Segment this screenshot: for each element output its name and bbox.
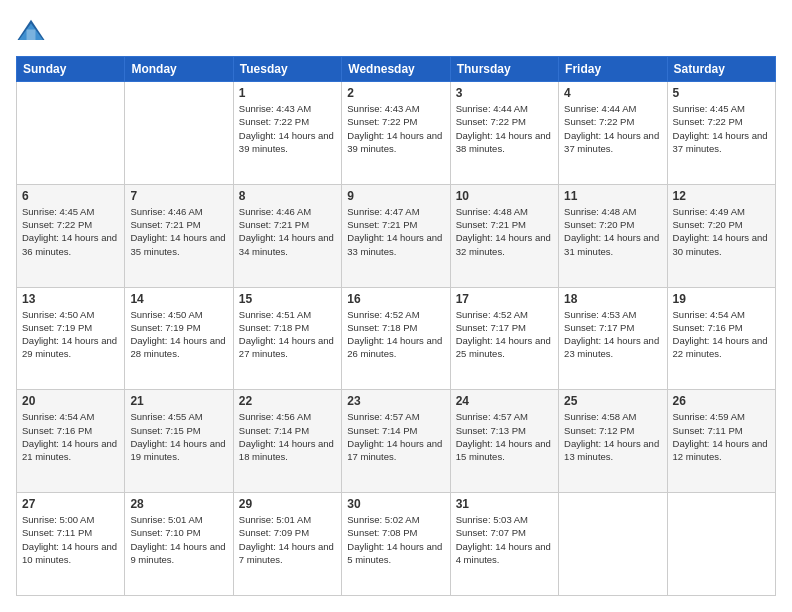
- day-number: 29: [239, 497, 336, 511]
- calendar-cell: 4Sunrise: 4:44 AM Sunset: 7:22 PM Daylig…: [559, 82, 667, 185]
- day-number: 10: [456, 189, 553, 203]
- day-number: 19: [673, 292, 770, 306]
- calendar-cell: 26Sunrise: 4:59 AM Sunset: 7:11 PM Dayli…: [667, 390, 775, 493]
- day-info: Sunrise: 4:59 AM Sunset: 7:11 PM Dayligh…: [673, 410, 770, 463]
- calendar-cell: 7Sunrise: 4:46 AM Sunset: 7:21 PM Daylig…: [125, 184, 233, 287]
- day-number: 30: [347, 497, 444, 511]
- calendar-cell: [125, 82, 233, 185]
- calendar-cell: [559, 493, 667, 596]
- calendar-cell: 18Sunrise: 4:53 AM Sunset: 7:17 PM Dayli…: [559, 287, 667, 390]
- calendar-cell: 3Sunrise: 4:44 AM Sunset: 7:22 PM Daylig…: [450, 82, 558, 185]
- calendar-cell: 28Sunrise: 5:01 AM Sunset: 7:10 PM Dayli…: [125, 493, 233, 596]
- calendar-day-header: Wednesday: [342, 57, 450, 82]
- day-number: 4: [564, 86, 661, 100]
- day-info: Sunrise: 4:47 AM Sunset: 7:21 PM Dayligh…: [347, 205, 444, 258]
- calendar-table: SundayMondayTuesdayWednesdayThursdayFrid…: [16, 56, 776, 596]
- calendar-day-header: Friday: [559, 57, 667, 82]
- calendar-cell: 23Sunrise: 4:57 AM Sunset: 7:14 PM Dayli…: [342, 390, 450, 493]
- calendar-cell: 21Sunrise: 4:55 AM Sunset: 7:15 PM Dayli…: [125, 390, 233, 493]
- calendar-day-header: Monday: [125, 57, 233, 82]
- svg-rect-2: [27, 30, 36, 41]
- calendar-cell: 15Sunrise: 4:51 AM Sunset: 7:18 PM Dayli…: [233, 287, 341, 390]
- day-info: Sunrise: 5:01 AM Sunset: 7:10 PM Dayligh…: [130, 513, 227, 566]
- day-info: Sunrise: 4:54 AM Sunset: 7:16 PM Dayligh…: [673, 308, 770, 361]
- calendar-cell: 10Sunrise: 4:48 AM Sunset: 7:21 PM Dayli…: [450, 184, 558, 287]
- day-info: Sunrise: 4:57 AM Sunset: 7:13 PM Dayligh…: [456, 410, 553, 463]
- day-info: Sunrise: 4:46 AM Sunset: 7:21 PM Dayligh…: [130, 205, 227, 258]
- calendar-day-header: Saturday: [667, 57, 775, 82]
- calendar-cell: 25Sunrise: 4:58 AM Sunset: 7:12 PM Dayli…: [559, 390, 667, 493]
- day-info: Sunrise: 4:58 AM Sunset: 7:12 PM Dayligh…: [564, 410, 661, 463]
- calendar-cell: [667, 493, 775, 596]
- calendar-cell: 12Sunrise: 4:49 AM Sunset: 7:20 PM Dayli…: [667, 184, 775, 287]
- calendar-cell: 5Sunrise: 4:45 AM Sunset: 7:22 PM Daylig…: [667, 82, 775, 185]
- day-number: 3: [456, 86, 553, 100]
- day-info: Sunrise: 4:50 AM Sunset: 7:19 PM Dayligh…: [130, 308, 227, 361]
- calendar-cell: 27Sunrise: 5:00 AM Sunset: 7:11 PM Dayli…: [17, 493, 125, 596]
- day-number: 28: [130, 497, 227, 511]
- day-number: 9: [347, 189, 444, 203]
- day-info: Sunrise: 4:44 AM Sunset: 7:22 PM Dayligh…: [564, 102, 661, 155]
- day-info: Sunrise: 4:46 AM Sunset: 7:21 PM Dayligh…: [239, 205, 336, 258]
- day-info: Sunrise: 5:01 AM Sunset: 7:09 PM Dayligh…: [239, 513, 336, 566]
- calendar-cell: 20Sunrise: 4:54 AM Sunset: 7:16 PM Dayli…: [17, 390, 125, 493]
- calendar-cell: 24Sunrise: 4:57 AM Sunset: 7:13 PM Dayli…: [450, 390, 558, 493]
- day-info: Sunrise: 4:52 AM Sunset: 7:17 PM Dayligh…: [456, 308, 553, 361]
- page: SundayMondayTuesdayWednesdayThursdayFrid…: [0, 0, 792, 612]
- day-number: 5: [673, 86, 770, 100]
- calendar-cell: 14Sunrise: 4:50 AM Sunset: 7:19 PM Dayli…: [125, 287, 233, 390]
- calendar-cell: 13Sunrise: 4:50 AM Sunset: 7:19 PM Dayli…: [17, 287, 125, 390]
- calendar-cell: 17Sunrise: 4:52 AM Sunset: 7:17 PM Dayli…: [450, 287, 558, 390]
- day-info: Sunrise: 4:43 AM Sunset: 7:22 PM Dayligh…: [347, 102, 444, 155]
- day-info: Sunrise: 4:55 AM Sunset: 7:15 PM Dayligh…: [130, 410, 227, 463]
- day-number: 25: [564, 394, 661, 408]
- day-number: 11: [564, 189, 661, 203]
- day-number: 23: [347, 394, 444, 408]
- calendar-cell: 19Sunrise: 4:54 AM Sunset: 7:16 PM Dayli…: [667, 287, 775, 390]
- day-number: 14: [130, 292, 227, 306]
- day-number: 13: [22, 292, 119, 306]
- day-number: 2: [347, 86, 444, 100]
- day-number: 15: [239, 292, 336, 306]
- day-info: Sunrise: 4:57 AM Sunset: 7:14 PM Dayligh…: [347, 410, 444, 463]
- day-info: Sunrise: 4:54 AM Sunset: 7:16 PM Dayligh…: [22, 410, 119, 463]
- calendar-cell: 16Sunrise: 4:52 AM Sunset: 7:18 PM Dayli…: [342, 287, 450, 390]
- day-info: Sunrise: 4:44 AM Sunset: 7:22 PM Dayligh…: [456, 102, 553, 155]
- day-number: 31: [456, 497, 553, 511]
- calendar-cell: 22Sunrise: 4:56 AM Sunset: 7:14 PM Dayli…: [233, 390, 341, 493]
- calendar-cell: 11Sunrise: 4:48 AM Sunset: 7:20 PM Dayli…: [559, 184, 667, 287]
- calendar-header-row: SundayMondayTuesdayWednesdayThursdayFrid…: [17, 57, 776, 82]
- calendar-day-header: Thursday: [450, 57, 558, 82]
- day-info: Sunrise: 4:45 AM Sunset: 7:22 PM Dayligh…: [673, 102, 770, 155]
- calendar-cell: 9Sunrise: 4:47 AM Sunset: 7:21 PM Daylig…: [342, 184, 450, 287]
- day-info: Sunrise: 4:48 AM Sunset: 7:20 PM Dayligh…: [564, 205, 661, 258]
- day-info: Sunrise: 4:53 AM Sunset: 7:17 PM Dayligh…: [564, 308, 661, 361]
- day-number: 1: [239, 86, 336, 100]
- day-number: 22: [239, 394, 336, 408]
- day-number: 17: [456, 292, 553, 306]
- calendar-cell: 29Sunrise: 5:01 AM Sunset: 7:09 PM Dayli…: [233, 493, 341, 596]
- day-number: 7: [130, 189, 227, 203]
- calendar-cell: 8Sunrise: 4:46 AM Sunset: 7:21 PM Daylig…: [233, 184, 341, 287]
- calendar-week-row: 13Sunrise: 4:50 AM Sunset: 7:19 PM Dayli…: [17, 287, 776, 390]
- day-info: Sunrise: 4:45 AM Sunset: 7:22 PM Dayligh…: [22, 205, 119, 258]
- header: [16, 16, 776, 46]
- day-number: 12: [673, 189, 770, 203]
- day-number: 21: [130, 394, 227, 408]
- logo-icon: [16, 16, 46, 46]
- calendar-day-header: Sunday: [17, 57, 125, 82]
- day-info: Sunrise: 4:52 AM Sunset: 7:18 PM Dayligh…: [347, 308, 444, 361]
- day-info: Sunrise: 4:50 AM Sunset: 7:19 PM Dayligh…: [22, 308, 119, 361]
- logo: [16, 16, 50, 46]
- day-number: 16: [347, 292, 444, 306]
- day-info: Sunrise: 5:02 AM Sunset: 7:08 PM Dayligh…: [347, 513, 444, 566]
- day-info: Sunrise: 4:43 AM Sunset: 7:22 PM Dayligh…: [239, 102, 336, 155]
- calendar-cell: 31Sunrise: 5:03 AM Sunset: 7:07 PM Dayli…: [450, 493, 558, 596]
- calendar-cell: [17, 82, 125, 185]
- day-number: 26: [673, 394, 770, 408]
- day-info: Sunrise: 4:56 AM Sunset: 7:14 PM Dayligh…: [239, 410, 336, 463]
- day-number: 27: [22, 497, 119, 511]
- day-info: Sunrise: 4:49 AM Sunset: 7:20 PM Dayligh…: [673, 205, 770, 258]
- day-number: 18: [564, 292, 661, 306]
- day-number: 20: [22, 394, 119, 408]
